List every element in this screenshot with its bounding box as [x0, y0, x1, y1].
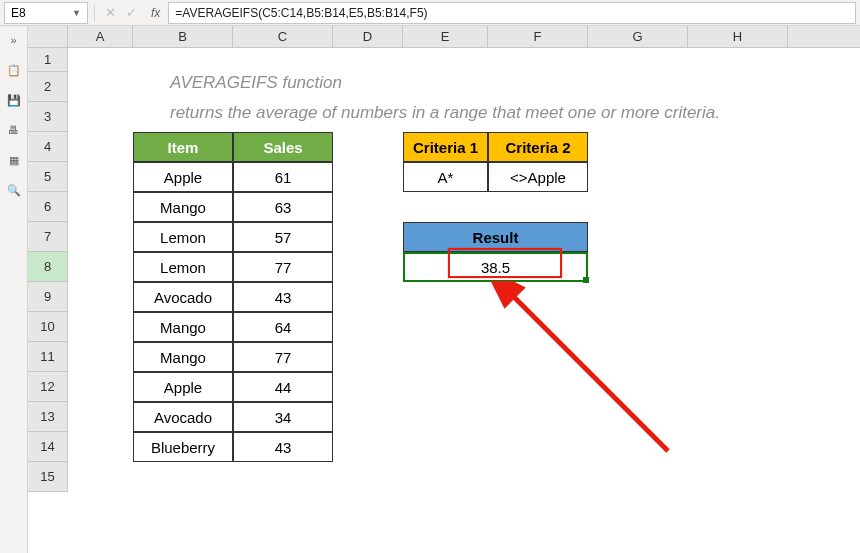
header-criteria-2[interactable]: Criteria 2 [488, 132, 588, 162]
row-header-9[interactable]: 9 [28, 282, 68, 312]
col-header-D[interactable]: D [333, 26, 403, 47]
row-header-3[interactable]: 3 [28, 102, 68, 132]
clipboard-icon[interactable]: 📋 [6, 62, 22, 78]
cell-sales-9[interactable]: 43 [233, 432, 333, 462]
cell-sales-5[interactable]: 64 [233, 312, 333, 342]
header-sales[interactable]: Sales [233, 132, 333, 162]
cell-criteria-2[interactable]: <>Apple [488, 162, 588, 192]
name-box[interactable]: E8 ▼ [4, 2, 88, 24]
column-headers: ABCDEFGH [28, 26, 860, 48]
row-header-2[interactable]: 2 [28, 72, 68, 102]
grid-icon[interactable]: ▦ [6, 152, 22, 168]
cell-item-4[interactable]: Avocado [133, 282, 233, 312]
chevron-down-icon[interactable]: ▼ [72, 8, 81, 18]
subtitle-text: returns the average of numbers in a rang… [170, 103, 720, 123]
cell-item-3[interactable]: Lemon [133, 252, 233, 282]
cell-sales-1[interactable]: 63 [233, 192, 333, 222]
cell-sales-0[interactable]: 61 [233, 162, 333, 192]
cells-area[interactable]: ItemSalesApple61Mango63Lemon57Lemon77Avo… [68, 48, 860, 553]
cell-sales-8[interactable]: 34 [233, 402, 333, 432]
cell-item-7[interactable]: Apple [133, 372, 233, 402]
cell-item-1[interactable]: Mango [133, 192, 233, 222]
cell-item-8[interactable]: Avocado [133, 402, 233, 432]
cell-sales-4[interactable]: 43 [233, 282, 333, 312]
col-header-E[interactable]: E [403, 26, 488, 47]
find-icon[interactable]: 🔍 [6, 182, 22, 198]
row-header-8[interactable]: 8 [28, 252, 68, 282]
row-header-11[interactable]: 11 [28, 342, 68, 372]
row-header-5[interactable]: 5 [28, 162, 68, 192]
cell-item-0[interactable]: Apple [133, 162, 233, 192]
save-icon[interactable]: 💾 [6, 92, 22, 108]
col-header-G[interactable]: G [588, 26, 688, 47]
cell-item-9[interactable]: Blueberry [133, 432, 233, 462]
header-item[interactable]: Item [133, 132, 233, 162]
col-header-H[interactable]: H [688, 26, 788, 47]
left-sidebar: » 📋 💾 🖶 ▦ 🔍 [0, 26, 28, 553]
formula-bar: E8 ▼ ✕ ✓ fx [0, 0, 860, 26]
col-header-F[interactable]: F [488, 26, 588, 47]
enter-icon[interactable]: ✓ [126, 5, 137, 20]
print-icon[interactable]: 🖶 [6, 122, 22, 138]
name-box-value: E8 [11, 6, 26, 20]
row-header-6[interactable]: 6 [28, 192, 68, 222]
row-header-14[interactable]: 14 [28, 432, 68, 462]
col-header-C[interactable]: C [233, 26, 333, 47]
result-highlight [448, 248, 562, 278]
row-header-4[interactable]: 4 [28, 132, 68, 162]
formula-input[interactable] [168, 2, 856, 24]
select-all-corner[interactable] [28, 26, 68, 47]
divider [94, 4, 95, 22]
col-header-A[interactable]: A [68, 26, 133, 47]
row-header-7[interactable]: 7 [28, 222, 68, 252]
cell-sales-7[interactable]: 44 [233, 372, 333, 402]
spreadsheet-grid[interactable]: ABCDEFGH 123456789101112131415 ItemSales… [28, 26, 860, 553]
row-header-10[interactable]: 10 [28, 312, 68, 342]
cell-item-5[interactable]: Mango [133, 312, 233, 342]
title-text: AVERAGEIFS function [170, 73, 342, 93]
cell-criteria-1[interactable]: A* [403, 162, 488, 192]
cell-item-2[interactable]: Lemon [133, 222, 233, 252]
fill-handle[interactable] [583, 277, 589, 283]
row-header-1[interactable]: 1 [28, 48, 68, 72]
formula-buttons: ✕ ✓ fx [101, 5, 168, 20]
cell-sales-2[interactable]: 57 [233, 222, 333, 252]
col-header-B[interactable]: B [133, 26, 233, 47]
header-criteria-1[interactable]: Criteria 1 [403, 132, 488, 162]
row-header-15[interactable]: 15 [28, 462, 68, 492]
cell-item-6[interactable]: Mango [133, 342, 233, 372]
row-headers: 123456789101112131415 [28, 48, 68, 492]
row-header-12[interactable]: 12 [28, 372, 68, 402]
expand-icon[interactable]: » [6, 32, 22, 48]
cancel-icon[interactable]: ✕ [105, 5, 116, 20]
fx-icon[interactable]: fx [151, 6, 160, 20]
row-header-13[interactable]: 13 [28, 402, 68, 432]
cell-sales-6[interactable]: 77 [233, 342, 333, 372]
cell-sales-3[interactable]: 77 [233, 252, 333, 282]
